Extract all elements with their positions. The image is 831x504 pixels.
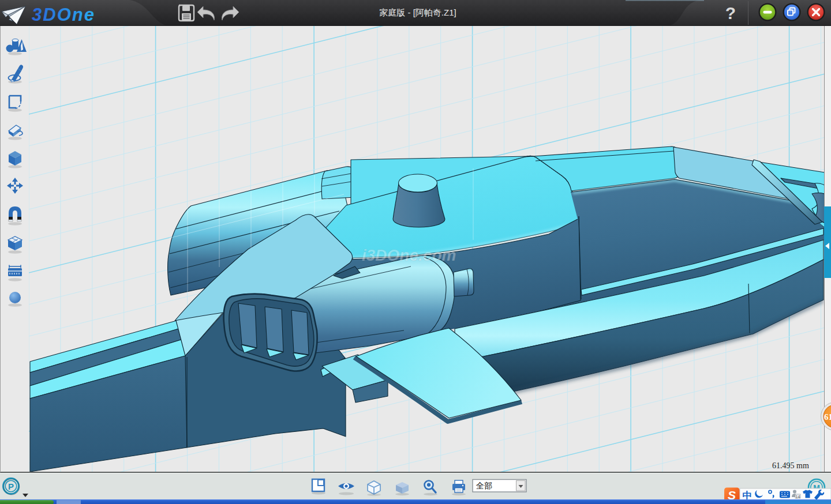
svg-text:14: 14 — [796, 495, 800, 499]
svg-text:i3DOne.com: i3DOne.com — [362, 246, 456, 264]
svg-text:P: P — [8, 482, 14, 491]
svg-text:61.495 mm: 61.495 mm — [772, 461, 809, 470]
svg-text:61: 61 — [824, 412, 831, 422]
svg-text:家庭版 - [阿帕奇.Z1]: 家庭版 - [阿帕奇.Z1] — [379, 7, 456, 17]
svg-text:全部: 全部 — [476, 481, 492, 490]
svg-text:3DOne: 3DOne — [32, 5, 95, 25]
svg-text:?: ? — [725, 3, 736, 22]
